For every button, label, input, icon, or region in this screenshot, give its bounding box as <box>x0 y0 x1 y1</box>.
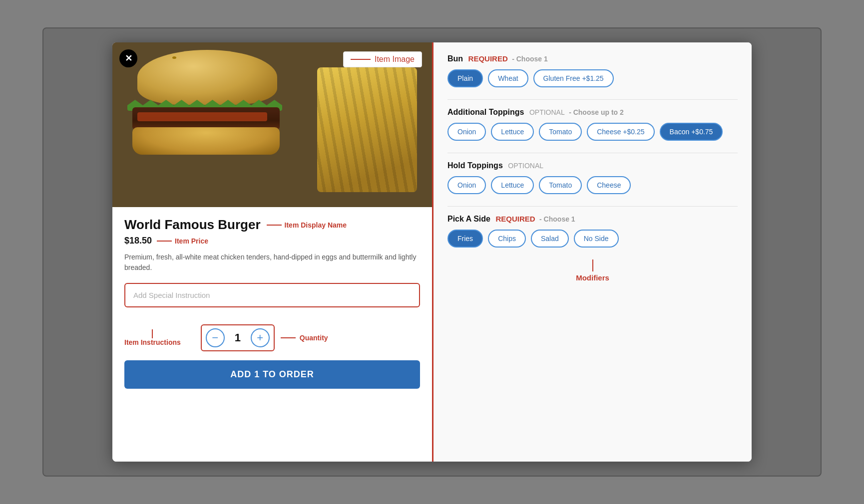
hold-toppings-section: Hold Toppings OPTIONAL Onion Lettuce Tom… <box>447 161 738 194</box>
hold-onion[interactable]: Onion <box>447 176 486 194</box>
bun-options-row: Plain Wheat Gluten Free +$1.25 <box>447 69 738 87</box>
hold-tomato[interactable]: Tomato <box>539 176 582 194</box>
hold-toppings-title: Hold Toppings OPTIONAL <box>447 161 738 170</box>
close-icon: ✕ <box>125 54 132 63</box>
pick-a-side-required-badge: REQUIRED <box>495 215 535 223</box>
quantity-label: Quantity <box>300 334 328 342</box>
item-name: World Famous Burger <box>124 217 261 233</box>
item-image-section: ✕ Item Image <box>112 42 432 207</box>
modal-dialog: ✕ Item Image World Famous Burger Item Di… <box>112 42 752 462</box>
topping-bacon[interactable]: Bacon +$0.75 <box>660 123 723 141</box>
modifiers-line <box>592 259 593 271</box>
item-name-row: World Famous Burger Item Display Name <box>124 217 420 233</box>
bun-option-wheat[interactable]: Wheat <box>488 69 528 87</box>
additional-toppings-title: Additional Toppings OPTIONAL - Choose up… <box>447 108 738 117</box>
burger-bun-bottom <box>132 127 280 155</box>
outer-container: ✕ Item Image World Famous Burger Item Di… <box>42 27 822 477</box>
left-panel: ✕ Item Image World Famous Burger Item Di… <box>112 42 432 462</box>
close-button[interactable]: ✕ <box>119 49 137 67</box>
additional-toppings-subtitle: - Choose up to 2 <box>569 108 624 116</box>
topping-lettuce[interactable]: Lettuce <box>491 123 534 141</box>
topping-cheese[interactable]: Cheese +$0.25 <box>587 123 654 141</box>
hold-toppings-title-text: Hold Toppings <box>447 161 503 170</box>
topping-tomato[interactable]: Tomato <box>539 123 582 141</box>
quantity-section: − 1 + Quantity <box>201 324 328 351</box>
burger-sauce <box>137 112 267 121</box>
pick-a-side-title-text: Pick A Side <box>447 215 490 223</box>
bun-option-gluten-free[interactable]: Gluten Free +$1.25 <box>533 69 614 87</box>
divider-1 <box>447 99 738 100</box>
side-salad[interactable]: Salad <box>531 230 569 248</box>
item-image-label: Item Image <box>343 51 422 67</box>
hold-lettuce[interactable]: Lettuce <box>491 176 534 194</box>
label-line <box>351 59 371 60</box>
topping-onion[interactable]: Onion <box>447 123 486 141</box>
additional-toppings-title-text: Additional Toppings <box>447 108 524 116</box>
bun-required-badge: REQUIRED <box>468 54 508 63</box>
controls-row: Item Instructions − 1 + Quantity <box>112 324 432 351</box>
price-line <box>157 241 172 242</box>
bun-subtitle: - Choose 1 <box>512 55 548 63</box>
modifiers-annotation: Modifiers <box>447 259 738 282</box>
divider-2 <box>447 153 738 153</box>
pick-a-side-subtitle: - Choose 1 <box>539 215 575 223</box>
pick-a-side-title: Pick A Side REQUIRED - Choose 1 <box>447 215 738 224</box>
quantity-value: 1 <box>232 331 244 344</box>
modifiers-label: Modifiers <box>576 273 609 282</box>
item-name-annotation-text: Item Display Name <box>285 221 347 229</box>
divider-3 <box>447 206 738 207</box>
pick-a-side-section: Pick A Side REQUIRED - Choose 1 Fries Ch… <box>447 215 738 248</box>
item-image-label-text: Item Image <box>375 55 415 64</box>
quantity-label-section: Quantity <box>281 334 328 342</box>
hold-toppings-optional-badge: OPTIONAL <box>508 162 543 170</box>
item-info: World Famous Burger Item Display Name $1… <box>112 207 432 317</box>
quantity-increase-button[interactable]: + <box>251 328 270 347</box>
item-instructions-label: Item Instructions <box>124 338 181 346</box>
quantity-line <box>281 337 296 338</box>
side-fries[interactable]: Fries <box>447 230 483 248</box>
side-chips[interactable]: Chips <box>488 230 526 248</box>
item-price-row: $18.50 Item Price <box>124 236 420 246</box>
item-price-annotation: Item Price <box>157 237 208 245</box>
quantity-decrease-button[interactable]: − <box>206 328 225 347</box>
hold-cheese[interactable]: Cheese <box>587 176 631 194</box>
quantity-controls-box: − 1 + <box>201 324 275 351</box>
additional-toppings-options-row: Onion Lettuce Tomato Cheese +$0.25 Bacon… <box>447 123 738 141</box>
item-instructions-marker: Item Instructions <box>124 329 181 346</box>
pick-a-side-options-row: Fries Chips Salad No Side <box>447 230 738 248</box>
additional-toppings-optional-badge: OPTIONAL <box>529 108 565 116</box>
right-panel: Bun REQUIRED - Choose 1 Plain Wheat Glut… <box>432 42 752 462</box>
side-no-side[interactable]: No Side <box>574 230 619 248</box>
burger-fries <box>317 67 417 192</box>
bun-title-text: Bun <box>447 54 463 63</box>
bun-section: Bun REQUIRED - Choose 1 Plain Wheat Glut… <box>447 54 738 87</box>
item-price: $18.50 <box>124 236 152 246</box>
instr-line <box>152 329 153 338</box>
item-name-annotation: Item Display Name <box>267 221 347 229</box>
special-instruction-input[interactable] <box>124 283 420 307</box>
item-description: Premium, fresh, all-white meat chicken t… <box>124 252 420 273</box>
burger-bun-top <box>137 50 277 105</box>
hold-toppings-options-row: Onion Lettuce Tomato Cheese <box>447 176 738 194</box>
name-line <box>267 225 282 226</box>
bun-option-plain[interactable]: Plain <box>447 69 483 87</box>
add-to-order-button[interactable]: ADD 1 TO ORDER <box>124 360 420 389</box>
burger-sesame <box>172 56 176 59</box>
item-price-annotation-text: Item Price <box>175 237 208 245</box>
bun-title: Bun REQUIRED - Choose 1 <box>447 54 738 63</box>
additional-toppings-section: Additional Toppings OPTIONAL - Choose up… <box>447 108 738 141</box>
